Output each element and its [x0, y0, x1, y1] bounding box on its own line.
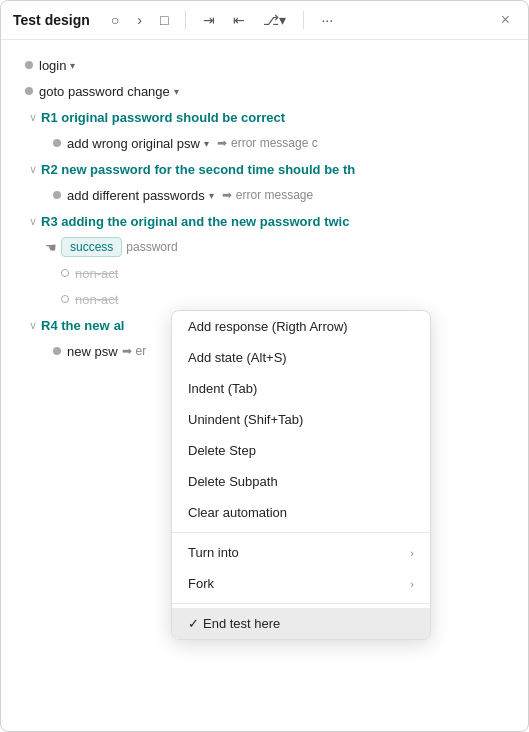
node-label: add wrong original psw — [67, 136, 200, 151]
chevron-down-icon[interactable]: ▾ — [70, 60, 75, 71]
hand-icon: ☚ — [45, 240, 57, 255]
group-label: R2 new password for the second time shou… — [41, 162, 355, 177]
ctx-label: Add state (Alt+S) — [188, 350, 287, 365]
ctx-add-response[interactable]: Add response (Rigth Arrow) — [172, 311, 430, 342]
ctx-add-state[interactable]: Add state (Alt+S) — [172, 342, 430, 373]
collapse-icon[interactable]: ∨ — [29, 215, 37, 228]
circle-icon-btn[interactable]: ○ — [106, 9, 124, 31]
group-label: R4 the new — [41, 318, 110, 333]
ctx-unindent[interactable]: Unindent (Shif+Tab) — [172, 404, 430, 435]
collapse-icon[interactable]: ∨ — [29, 319, 37, 332]
tree-dot — [53, 191, 61, 199]
extra-label: password — [126, 240, 177, 254]
arrow-icon: ➡ — [122, 344, 132, 358]
collapse-icon[interactable]: ∨ — [29, 163, 37, 176]
extra-label: error message — [236, 188, 313, 202]
ctx-delete-step[interactable]: Delete Step — [172, 435, 430, 466]
ctx-label: Clear automation — [188, 505, 287, 520]
chevron-down-icon[interactable]: ▾ — [209, 190, 214, 201]
ctx-label: Fork — [188, 576, 214, 591]
tree-dot — [25, 87, 33, 95]
list-item[interactable]: add different passwords ▾ ➡ error messag… — [13, 182, 528, 208]
close-btn[interactable]: × — [495, 9, 516, 31]
list-item[interactable]: goto password change ▾ — [13, 78, 528, 104]
list-item[interactable]: non-act — [13, 260, 528, 286]
window-title: Test design — [13, 12, 90, 28]
chevron-down-icon[interactable]: ▾ — [204, 138, 209, 149]
node-label: login — [39, 58, 66, 73]
ctx-clear-automation[interactable]: Clear automation — [172, 497, 430, 528]
more-btn[interactable]: ··· — [316, 9, 338, 31]
ctx-label: Delete Subpath — [188, 474, 278, 489]
ctx-fork[interactable]: Fork › — [172, 568, 430, 599]
node-label-inactive: non-act — [75, 292, 118, 307]
branch-btn[interactable]: ⎇▾ — [258, 9, 291, 31]
collapse-icon[interactable]: ∨ — [29, 111, 37, 124]
group-label: R3 adding the original and the new passw… — [41, 214, 349, 229]
ctx-label: Indent (Tab) — [188, 381, 257, 396]
context-menu-separator2 — [172, 603, 430, 604]
window: Test design ○ › □ ⇥ ⇤ ⎇▾ ··· × login ▾ g… — [0, 0, 529, 732]
chevron-right-icon: › — [410, 547, 414, 559]
node-label: add different passwords — [67, 188, 205, 203]
chevron-right-icon: › — [410, 578, 414, 590]
ctx-label: Add response (Rigth Arrow) — [188, 319, 348, 334]
list-item[interactable]: ∨ R3 adding the original and the new pas… — [13, 208, 528, 234]
ctx-label: Unindent (Shif+Tab) — [188, 412, 303, 427]
extra-label: error message c — [231, 136, 318, 150]
node-label-inactive: non-act — [75, 266, 118, 281]
list-item[interactable]: ∨ R1 original password should be correct — [13, 104, 528, 130]
tree-dot-outline — [61, 295, 69, 303]
chevron-right-btn[interactable]: › — [132, 9, 147, 31]
ctx-label: Turn into — [188, 545, 239, 560]
tree-dot — [53, 347, 61, 355]
checkmark-icon: ✓ — [188, 616, 199, 631]
pipe-right-btn[interactable]: ⇥ — [198, 9, 220, 31]
chevron-down-icon[interactable]: ▾ — [174, 86, 179, 97]
ctx-turn-into[interactable]: Turn into › — [172, 537, 430, 568]
toolbar-divider — [185, 11, 186, 29]
ctx-delete-subpath[interactable]: Delete Subpath — [172, 466, 430, 497]
square-icon-btn[interactable]: □ — [155, 9, 173, 31]
extra-label: er — [136, 344, 147, 358]
list-item[interactable]: add wrong original psw ▾ ➡ error message… — [13, 130, 528, 156]
arrow-icon: ➡ — [217, 136, 227, 150]
ctx-end-test[interactable]: ✓End test here — [172, 608, 430, 639]
group-label: R1 original password should be correct — [41, 110, 285, 125]
pipe-left-btn[interactable]: ⇤ — [228, 9, 250, 31]
context-menu: Add response (Rigth Arrow) Add state (Al… — [171, 310, 431, 640]
main-content: login ▾ goto password change ▾ ∨ R1 orig… — [1, 40, 528, 731]
group-label-extra: al — [114, 318, 125, 333]
arrow-icon: ➡ — [222, 188, 232, 202]
node-label: goto password change — [39, 84, 170, 99]
titlebar: Test design ○ › □ ⇥ ⇤ ⎇▾ ··· × — [1, 1, 528, 40]
ctx-label: ✓End test here — [188, 616, 280, 631]
context-menu-separator — [172, 532, 430, 533]
list-item[interactable]: login ▾ — [13, 52, 528, 78]
tree-dot — [53, 139, 61, 147]
node-label: new psw — [67, 344, 118, 359]
ctx-label: Delete Step — [188, 443, 256, 458]
list-item[interactable]: non-act — [13, 286, 528, 312]
step-box: success — [61, 237, 122, 257]
ctx-indent[interactable]: Indent (Tab) — [172, 373, 430, 404]
tree-dot — [25, 61, 33, 69]
tree-dot-outline — [61, 269, 69, 277]
list-item[interactable]: ☚ success password — [13, 234, 528, 260]
list-item[interactable]: ∨ R2 new password for the second time sh… — [13, 156, 528, 182]
toolbar-divider2 — [303, 11, 304, 29]
